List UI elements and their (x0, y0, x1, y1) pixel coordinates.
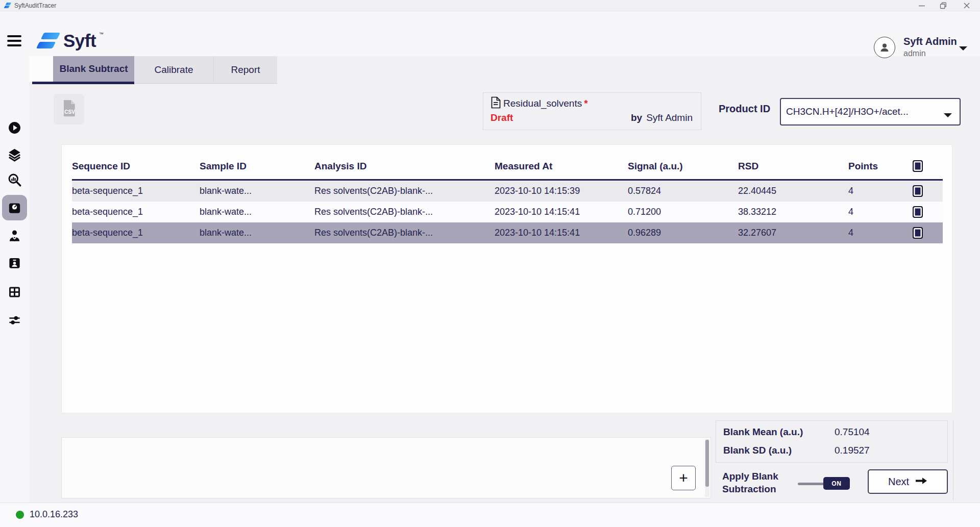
app-window: SyftAuditTracer Syft ™ Syft Admin admin (0, 0, 980, 527)
cell-signal: 0.57824 (628, 186, 738, 196)
blank-measurements-table: Sequence ID Sample ID Analysis ID Measur… (72, 153, 943, 243)
titlebar: SyftAuditTracer (0, 0, 980, 11)
tab-bar-corner (29, 56, 53, 82)
document-status: Draft (491, 112, 513, 123)
blank-sd-label: Blank SD (a.u.) (723, 445, 792, 456)
cell-sample-id: blank-wate... (200, 186, 314, 196)
chevron-down-icon (943, 111, 952, 120)
cell-signal: 0.96289 (628, 228, 738, 238)
next-button-label: Next (888, 476, 909, 488)
notes-panel[interactable]: + (61, 437, 711, 498)
syft-logo-text: Syft (63, 31, 96, 51)
col-sequence-id: Sequence ID (72, 161, 200, 172)
syft-logo: Syft ™ (36, 31, 102, 53)
cell-points: 4 (848, 207, 913, 217)
cell-rsd: 32.27607 (738, 228, 848, 238)
panel-divider (953, 420, 953, 500)
menu-hamburger-icon[interactable] (7, 35, 21, 47)
sidebar-item-run[interactable] (2, 115, 27, 140)
scale-icon (8, 201, 21, 215)
document-icon (491, 96, 501, 111)
toggle-state[interactable]: ON (823, 477, 850, 490)
grid-icon (8, 285, 21, 299)
avatar (874, 37, 895, 58)
apply-blank-subtraction-label: Apply Blank Subtraction (722, 470, 778, 495)
row-checkbox[interactable] (913, 206, 923, 218)
table-row[interactable]: beta-sequence_1 blank-wate... Res solven… (72, 181, 943, 202)
cell-points: 4 (848, 228, 913, 238)
active-tab-underline (32, 82, 134, 84)
col-sample-id: Sample ID (200, 161, 314, 172)
header: Syft ™ Syft Admin admin (0, 11, 980, 56)
play-circle-icon (8, 121, 21, 135)
restore-button[interactable] (935, 0, 952, 11)
instrument-ip: 10.0.16.233 (30, 509, 78, 520)
sidebar-item-settings[interactable] (2, 307, 27, 333)
user-name: Syft Admin (903, 36, 957, 47)
layers-icon (8, 148, 21, 162)
scrollbar-thumb[interactable] (705, 440, 709, 487)
table-row-selected[interactable]: beta-sequence_1 blank-wate... Res solven… (72, 222, 943, 243)
tab-blank-subtract[interactable]: Blank Subtract (53, 56, 134, 82)
cell-sequence-id: beta-sequence_1 (72, 186, 200, 196)
next-button[interactable]: Next (868, 469, 948, 494)
blank-mean-value: 0.75104 (835, 426, 870, 438)
cell-points: 4 (848, 186, 913, 196)
col-points: Points (848, 161, 913, 172)
product-id-label: Product ID (719, 103, 770, 115)
document-author: bySyft Admin (631, 112, 693, 123)
tab-report[interactable]: Report (213, 56, 277, 84)
search-chart-icon (8, 173, 21, 187)
blank-measurements-card: Sequence ID Sample ID Analysis ID Measur… (61, 144, 952, 413)
cell-rsd: 22.40445 (738, 186, 848, 196)
author-name: Syft Admin (646, 112, 693, 123)
cell-sequence-id: beta-sequence_1 (72, 207, 200, 217)
table-row[interactable]: beta-sequence_1 blank-wate... Res solven… (72, 202, 943, 222)
sidebar-item-blank-subtract[interactable] (2, 195, 27, 220)
col-rsd: RSD (738, 161, 848, 172)
product-id-select[interactable]: CH3CN.H+[42]/H3O+/acet... (780, 98, 961, 126)
row-checkbox[interactable] (913, 185, 923, 197)
by-label: by (631, 112, 642, 123)
export-csv-button[interactable]: CSV (54, 94, 84, 124)
col-signal: Signal (a.u.) (628, 161, 738, 172)
cell-analysis-id: Res solvents(C2AB)-blank-... (314, 207, 495, 217)
cell-measured-at: 2023-10-10 14:15:39 (495, 186, 628, 196)
cell-measured-at: 2023-10-10 14:15:41 (495, 228, 628, 238)
cell-sequence-id: beta-sequence_1 (72, 228, 200, 238)
select-all-checkbox[interactable] (913, 160, 923, 172)
row-checkbox[interactable] (913, 227, 923, 239)
notes-scrollbar[interactable] (705, 439, 709, 497)
cell-sample-id: blank-wate... (200, 228, 314, 238)
sliders-icon (8, 313, 21, 327)
document-info-box: Residual_solvents * Draft bySyft Admin (483, 92, 701, 130)
sidebar-item-data-tables[interactable] (2, 279, 27, 305)
window-title: SyftAuditTracer (14, 2, 56, 9)
add-note-button[interactable]: + (671, 466, 696, 490)
user-tie-icon (8, 229, 21, 243)
sidebar-item-operators[interactable] (2, 223, 27, 248)
chevron-down-icon[interactable] (959, 44, 968, 53)
cell-analysis-id: Res solvents(C2AB)-blank-... (314, 228, 495, 238)
connection-status-icon (16, 511, 24, 519)
minimize-button[interactable] (913, 0, 930, 11)
sidebar (0, 56, 29, 503)
document-name: Residual_solvents (503, 98, 582, 109)
svg-text:CSV: CSV (64, 109, 75, 115)
cell-analysis-id: Res solvents(C2AB)-blank-... (314, 186, 495, 196)
apply-label-line1: Apply Blank (722, 470, 778, 483)
tab-calibrate[interactable]: Calibrate (134, 56, 213, 84)
contact-card-icon (8, 256, 21, 270)
apply-blank-subtraction-toggle[interactable]: ON (798, 477, 850, 490)
blank-mean-label: Blank Mean (a.u.) (723, 426, 803, 438)
arrow-right-icon (915, 476, 927, 487)
cell-rsd: 38.33212 (738, 207, 848, 217)
cell-sample-id: blank-wate... (200, 207, 314, 217)
status-bar: 10.0.16.233 (0, 503, 980, 527)
sidebar-item-analysis-search[interactable] (2, 167, 27, 192)
syft-logo-icon (36, 32, 61, 51)
close-button[interactable] (958, 0, 975, 11)
sidebar-item-contacts[interactable] (2, 250, 27, 275)
sidebar-item-batches[interactable] (2, 142, 27, 167)
col-measured-at: Measured At (495, 161, 628, 172)
